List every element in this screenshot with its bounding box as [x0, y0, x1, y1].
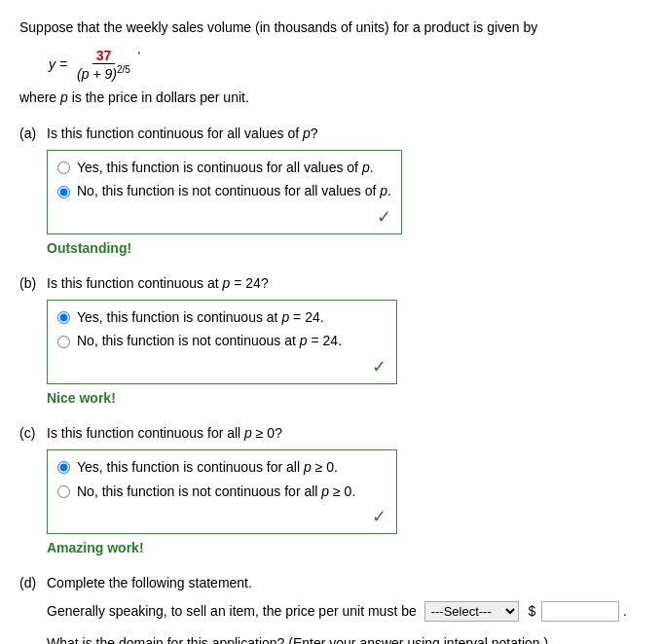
domain-question-text: What is the domain for this application?…: [47, 635, 548, 644]
question-a-text: Is this function continuous for all valu…: [47, 124, 318, 144]
question-b-radio-1[interactable]: [57, 311, 70, 324]
question-a-answer-box: Yes, this function is continuous for all…: [47, 150, 402, 234]
part-d-content: Generally speaking, to sell an item, the…: [47, 599, 643, 644]
part-d-sentence1-pre: Generally speaking, to sell an item, the…: [47, 603, 417, 619]
dollar-sign: $: [529, 603, 536, 619]
question-b-text: Is this function continuous at p = 24?: [47, 273, 269, 294]
question-c-option-2[interactable]: No, this function is not continuous for …: [57, 483, 386, 502]
dollar-value-input[interactable]: [541, 601, 619, 622]
formula-block: y = 37 (p + 9)2/5 ': [49, 48, 643, 82]
select-price-condition[interactable]: ---Select--- greater than less than at l…: [424, 601, 519, 622]
p-var: p: [82, 66, 90, 82]
question-b-label-2: No, this function is not continuous at p…: [77, 332, 342, 351]
formula-y: y =: [49, 56, 67, 72]
question-c-text: Is this function continuous for all p ≥ …: [47, 423, 282, 444]
question-a-checkmark: ✓: [57, 206, 391, 228]
question-a-block: (a) Is this function continuous for all …: [19, 124, 643, 256]
question-c-radio-2[interactable]: [57, 485, 70, 498]
question-c-feedback: Amazing work!: [47, 540, 643, 555]
question-a-option-2[interactable]: No, this function is not continuous for …: [57, 182, 391, 201]
question-a-radio-1[interactable]: [57, 161, 70, 174]
question-c-label-2: No, this function is not continuous for …: [77, 483, 355, 502]
question-a-radio-2[interactable]: [57, 186, 70, 198]
question-b-answer-box: Yes, this function is continuous at p = …: [47, 300, 397, 384]
question-c-letter: (c): [19, 423, 47, 444]
intro-text: Suppose that the weekly sales volume (in…: [19, 18, 643, 38]
formula-prime: ': [138, 50, 140, 63]
question-c-label: (c) Is this function continuous for all …: [19, 423, 643, 444]
question-a-letter: (a): [19, 124, 47, 144]
question-d-label: (d) Complete the following statement.: [19, 573, 643, 593]
question-b-radio-2[interactable]: [57, 336, 70, 348]
fraction-numerator: 37: [92, 48, 116, 64]
question-c-checkmark: ✓: [57, 506, 386, 527]
question-d-block: (d) Complete the following statement. Ge…: [19, 573, 643, 644]
question-a-label-1: Yes, this function is continuous for all…: [77, 159, 374, 178]
question-a-label-2: No, this function is not continuous for …: [77, 182, 391, 201]
question-b-option-2[interactable]: No, this function is not continuous at p…: [57, 332, 386, 351]
question-b-feedback: Nice work!: [47, 390, 643, 406]
fraction: 37 (p + 9)2/5: [73, 48, 134, 82]
question-c-option-1[interactable]: Yes, this function is continuous for all…: [57, 458, 386, 478]
question-c-block: (c) Is this function continuous for all …: [19, 423, 643, 555]
question-a-feedback: Outstanding!: [47, 240, 643, 256]
fraction-exp: 2/5: [117, 64, 130, 75]
question-b-label: (b) Is this function continuous at p = 2…: [19, 273, 643, 294]
question-b-checkmark: ✓: [57, 356, 386, 377]
part-d-sentence1-post: .: [623, 603, 627, 619]
question-b-block: (b) Is this function continuous at p = 2…: [19, 273, 643, 406]
question-d-letter: (d): [19, 573, 47, 593]
fraction-den-plus: + 9): [90, 66, 117, 82]
domain-row: What is the domain for this application?…: [47, 631, 643, 644]
question-c-label-1: Yes, this function is continuous for all…: [77, 458, 338, 478]
question-b-label-1: Yes, this function is continuous at p = …: [77, 308, 324, 328]
fraction-denominator: (p + 9)2/5: [73, 64, 134, 82]
question-d-text: Complete the following statement.: [47, 573, 252, 593]
question-b-option-1[interactable]: Yes, this function is continuous at p = …: [57, 308, 386, 328]
where-text: where p is the price in dollars per unit…: [19, 88, 643, 108]
question-c-answer-box: Yes, this function is continuous for all…: [47, 449, 397, 534]
question-b-letter: (b): [19, 273, 47, 294]
question-a-label: (a) Is this function continuous for all …: [19, 124, 643, 144]
question-a-option-1[interactable]: Yes, this function is continuous for all…: [57, 159, 391, 178]
question-c-radio-1[interactable]: [57, 461, 70, 474]
